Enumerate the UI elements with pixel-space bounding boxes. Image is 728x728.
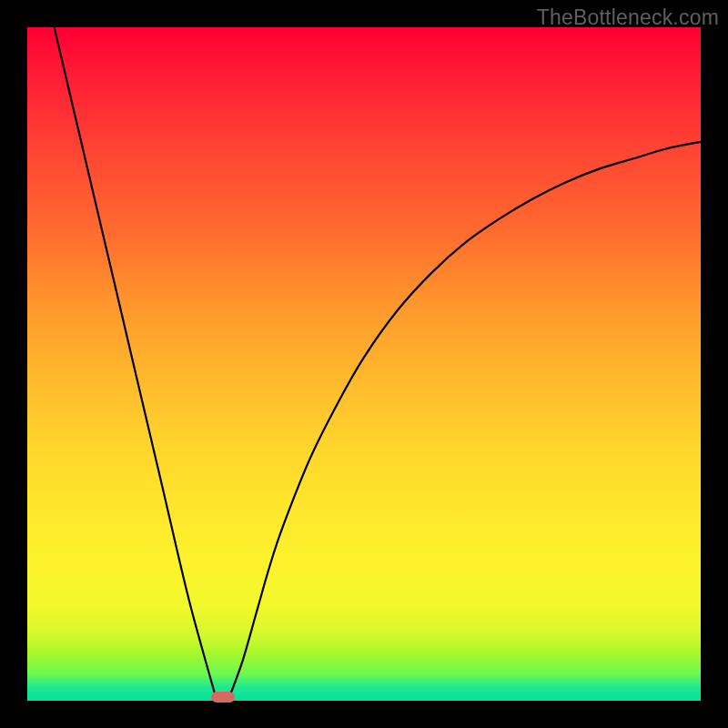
bottleneck-curve-plot — [27, 27, 701, 701]
minimum-marker — [211, 692, 235, 703]
watermark-text: TheBottleneck.com — [537, 5, 719, 30]
curve-right-branch — [229, 142, 701, 698]
chart-frame — [27, 27, 701, 701]
curve-left-branch — [55, 27, 217, 697]
